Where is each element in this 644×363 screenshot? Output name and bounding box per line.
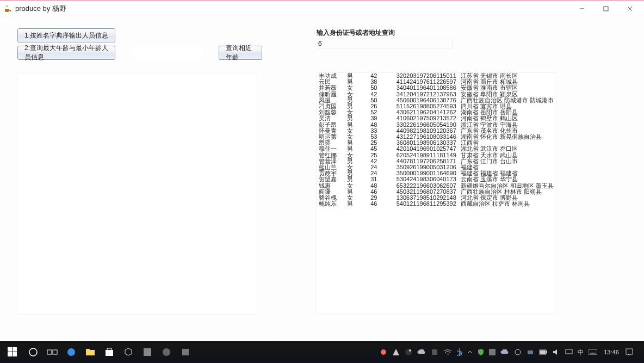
svg-rect-10 — [53, 350, 57, 354]
search-label: 输入身份证号或者地址查询 — [317, 28, 639, 38]
edge-icon[interactable] — [63, 343, 80, 361]
svg-rect-1 — [604, 7, 608, 11]
notifications-icon[interactable] — [624, 343, 635, 361]
tray-app-icon[interactable] — [525, 343, 536, 361]
svg-rect-18 — [182, 349, 189, 355]
cell-age: 46 — [368, 201, 394, 207]
clock[interactable]: 13:46 — [600, 343, 622, 361]
cell-id: 42010419690102574​7 — [394, 146, 459, 152]
svg-rect-6 — [8, 352, 12, 356]
steam-icon[interactable] — [403, 343, 414, 361]
cell-id: 41060219750921357​2 — [394, 115, 459, 121]
svg-rect-16 — [144, 348, 151, 356]
power-icon[interactable] — [537, 343, 549, 361]
svg-rect-30 — [589, 349, 597, 355]
sort-by-name-button[interactable]: 1:按姓名字典序输出人员信息 — [17, 28, 115, 42]
bluetooth-icon[interactable] — [455, 343, 464, 361]
tray-generic-icon[interactable] — [487, 343, 497, 361]
tray-shield-icon[interactable] — [476, 343, 486, 361]
svg-rect-13 — [86, 349, 90, 350]
windows-taskbar: 中 13:46 — [0, 341, 644, 363]
max-min-age-button[interactable]: 2:查询最大年龄与最小年龄人员信息 — [17, 46, 115, 60]
start-button[interactable] — [2, 343, 23, 361]
screen-icon[interactable] — [564, 343, 574, 361]
svg-rect-22 — [432, 349, 437, 355]
maximize-button[interactable] — [594, 1, 618, 16]
client-area: 1:按姓名字典序输出人员信息 2:查询最大年龄与最小年龄人员信息 查询相近年龄 … — [0, 17, 644, 341]
app-icon-3[interactable] — [177, 343, 194, 361]
results-table: 丰功成男4232020319720611501​1江苏省 无锡市 南长区云民男3… — [317, 73, 556, 207]
window-title: produce by 杨野 — [15, 4, 66, 14]
cell-addr: 西藏自治区 拉萨市 林周县 — [459, 201, 556, 207]
svg-point-17 — [163, 348, 170, 356]
svg-point-11 — [67, 348, 75, 356]
taskbar-right: 中 13:46 — [378, 343, 642, 361]
app-icon-1[interactable] — [139, 343, 156, 361]
cell-age: 50 — [368, 85, 394, 91]
svg-rect-23 — [489, 349, 496, 355]
chevron-up-icon[interactable] — [466, 343, 474, 361]
explorer-icon[interactable] — [82, 343, 99, 361]
app-icon-2[interactable] — [158, 343, 175, 361]
cortana-icon[interactable] — [24, 343, 42, 361]
cell-id: 34040119640110858​6 — [394, 85, 459, 91]
cell-age: 31 — [368, 176, 394, 182]
cell-sex: 男 — [345, 146, 368, 152]
task-view-icon[interactable] — [44, 343, 61, 361]
svg-rect-14 — [106, 350, 113, 356]
cell-name: 穆住一 — [317, 146, 345, 152]
cell-id: 54012119681129539​2 — [394, 201, 459, 207]
tray-icon-2[interactable] — [391, 343, 401, 361]
onedrive-icon[interactable] — [416, 343, 428, 361]
results-panel: 丰功成男4232020319720611501​1江苏省 无锡市 南长区云民男3… — [317, 73, 556, 313]
table-row: 吴清男3941060219750921357​2河南省 鹤壁市 鹤山区 — [317, 115, 556, 121]
age-input-field[interactable] — [132, 46, 202, 59]
cell-name: 贺望嘉 — [317, 176, 345, 182]
cell-age: 45 — [368, 146, 394, 152]
cell-age: 39 — [368, 115, 394, 121]
minimize-button[interactable] — [570, 1, 594, 16]
svg-point-8 — [29, 348, 37, 356]
left-column: 1:按姓名字典序输出人员信息 2:查询最大年龄与最小年龄人员信息 查询相近年龄 — [17, 28, 268, 336]
svg-rect-4 — [8, 347, 12, 352]
taskbar-left — [2, 343, 194, 361]
svg-rect-7 — [13, 352, 17, 356]
search-input[interactable] — [317, 39, 453, 48]
cell-sex: 女 — [345, 85, 368, 91]
java-cup-icon — [3, 4, 12, 13]
store-icon[interactable] — [101, 343, 118, 361]
svg-rect-29 — [566, 349, 572, 354]
near-age-button[interactable]: 查询相近年龄 — [219, 46, 262, 60]
right-column: 输入身份证号或者地址查询 丰功成男4232020319720611501​1江苏… — [317, 28, 639, 336]
table-row: 贺望嘉男3153042419830604017​3云南省 玉溪市 华宁县 — [317, 176, 556, 182]
table-row: 穆住一男4542010419690102574​7湖北省 武汉市 乔口区 — [317, 146, 556, 152]
cell-name: 吴清 — [317, 115, 345, 121]
tray-icon-1[interactable] — [378, 343, 389, 361]
cell-sex: 男 — [345, 201, 368, 207]
wifi-icon[interactable] — [442, 343, 454, 361]
cube-icon[interactable] — [120, 343, 137, 361]
table-row: 鲍纯乐男4654012119681129539​2西藏自治区 拉萨市 林周县 — [317, 201, 556, 207]
cell-addr: 河南省 鹤壁市 鹤山区 — [459, 115, 556, 121]
svg-point-24 — [515, 349, 521, 355]
ime-indicator[interactable]: 中 — [576, 343, 585, 361]
cell-id: 53042419830604017​3 — [394, 176, 459, 182]
close-button[interactable] — [618, 1, 642, 16]
cell-addr: 云南省 玉溪市 华宁县 — [459, 176, 556, 182]
table-row: 井若薇女5034040119640110858​6安徽省 淮南市 市辖区 — [317, 85, 556, 91]
keyboard-icon[interactable] — [587, 343, 599, 361]
svg-rect-12 — [86, 350, 95, 355]
window-titlebar: produce by 杨野 — [0, 1, 644, 16]
show-desktop-button[interactable] — [639, 343, 642, 361]
cell-sex: 男 — [345, 115, 368, 121]
cell-name: 鲍纯乐 — [317, 201, 345, 207]
cloud-sync-icon[interactable] — [499, 343, 511, 361]
volume-icon[interactable] — [551, 343, 562, 361]
svg-rect-25 — [528, 350, 533, 354]
svg-point-21 — [409, 349, 411, 352]
svg-rect-27 — [546, 351, 547, 353]
svg-rect-9 — [47, 350, 52, 354]
graphics-icon[interactable] — [429, 343, 440, 361]
cell-addr: 湖北省 武汉市 乔口区 — [459, 146, 556, 152]
tray-tool-icon[interactable] — [512, 343, 523, 361]
